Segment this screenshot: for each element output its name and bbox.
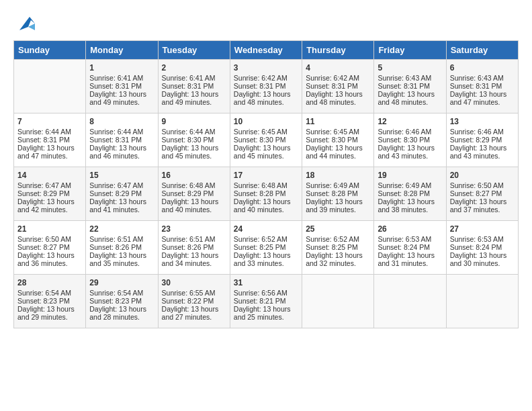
calendar-cell: 20Sunrise: 6:50 AMSunset: 8:27 PMDayligh… bbox=[446, 167, 518, 221]
sunset-text: Sunset: 8:23 PM bbox=[17, 297, 70, 305]
sunset-text: Sunset: 8:30 PM bbox=[234, 136, 286, 144]
calendar-cell: 11Sunrise: 6:45 AMSunset: 8:30 PMDayligh… bbox=[302, 113, 374, 167]
day-number: 2 bbox=[162, 63, 226, 73]
daylight-text: Daylight: 13 hours and 25 minutes. bbox=[234, 305, 291, 321]
calendar-cell: 23Sunrise: 6:51 AMSunset: 8:26 PMDayligh… bbox=[158, 221, 230, 275]
day-number: 4 bbox=[306, 63, 370, 73]
weekday-header-monday: Monday bbox=[86, 41, 158, 60]
daylight-text: Daylight: 13 hours and 48 minutes. bbox=[234, 90, 291, 106]
calendar-cell: 19Sunrise: 6:49 AMSunset: 8:28 PMDayligh… bbox=[374, 167, 446, 221]
calendar-cell: 31Sunrise: 6:56 AMSunset: 8:21 PMDayligh… bbox=[230, 275, 302, 328]
daylight-text: Daylight: 13 hours and 43 minutes. bbox=[378, 144, 435, 160]
daylight-text: Daylight: 13 hours and 45 minutes. bbox=[234, 144, 291, 160]
day-number: 25 bbox=[306, 224, 370, 234]
daylight-text: Daylight: 13 hours and 33 minutes. bbox=[234, 251, 291, 267]
calendar-cell: 5Sunrise: 6:43 AMSunset: 8:31 PMDaylight… bbox=[374, 60, 446, 113]
sunrise-text: Sunrise: 6:44 AM bbox=[162, 128, 216, 136]
day-number: 20 bbox=[450, 171, 515, 180]
sunset-text: Sunset: 8:31 PM bbox=[89, 82, 142, 90]
daylight-text: Daylight: 13 hours and 40 minutes. bbox=[234, 197, 291, 214]
sunset-text: Sunset: 8:30 PM bbox=[378, 136, 430, 144]
sunset-text: Sunset: 8:30 PM bbox=[306, 136, 358, 144]
calendar-cell: 25Sunrise: 6:52 AMSunset: 8:25 PMDayligh… bbox=[302, 221, 374, 275]
sunrise-text: Sunrise: 6:48 AM bbox=[234, 181, 287, 189]
sunset-text: Sunset: 8:29 PM bbox=[162, 189, 214, 197]
sunrise-text: Sunrise: 6:46 AM bbox=[450, 128, 504, 136]
day-number: 22 bbox=[89, 224, 154, 234]
sunset-text: Sunset: 8:31 PM bbox=[306, 82, 358, 90]
sunset-text: Sunset: 8:30 PM bbox=[162, 136, 214, 144]
sunset-text: Sunset: 8:25 PM bbox=[306, 243, 358, 251]
sunset-text: Sunset: 8:31 PM bbox=[450, 82, 502, 90]
calendar-cell: 9Sunrise: 6:44 AMSunset: 8:30 PMDaylight… bbox=[158, 113, 230, 167]
sunrise-text: Sunrise: 6:47 AM bbox=[17, 181, 71, 189]
sunset-text: Sunset: 8:22 PM bbox=[162, 297, 214, 305]
calendar-cell bbox=[14, 60, 86, 113]
sunrise-text: Sunrise: 6:42 AM bbox=[234, 74, 287, 82]
calendar-cell: 14Sunrise: 6:47 AMSunset: 8:29 PMDayligh… bbox=[14, 167, 86, 221]
sunset-text: Sunset: 8:26 PM bbox=[162, 243, 214, 251]
day-number: 13 bbox=[450, 117, 515, 126]
sunset-text: Sunset: 8:29 PM bbox=[89, 189, 142, 197]
sunrise-text: Sunrise: 6:53 AM bbox=[378, 235, 431, 243]
calendar-cell: 22Sunrise: 6:51 AMSunset: 8:26 PMDayligh… bbox=[86, 221, 158, 275]
day-number: 29 bbox=[89, 278, 154, 287]
day-number: 18 bbox=[306, 171, 370, 180]
sunrise-text: Sunrise: 6:52 AM bbox=[234, 235, 287, 243]
daylight-text: Daylight: 13 hours and 42 minutes. bbox=[17, 197, 75, 214]
day-number: 6 bbox=[450, 63, 515, 73]
calendar-cell: 24Sunrise: 6:52 AMSunset: 8:25 PMDayligh… bbox=[230, 221, 302, 275]
sunset-text: Sunset: 8:26 PM bbox=[89, 243, 142, 251]
day-number: 21 bbox=[17, 224, 82, 234]
calendar-cell: 4Sunrise: 6:42 AMSunset: 8:31 PMDaylight… bbox=[302, 60, 374, 113]
calendar-cell: 21Sunrise: 6:50 AMSunset: 8:27 PMDayligh… bbox=[14, 221, 86, 275]
sunrise-text: Sunrise: 6:49 AM bbox=[306, 181, 359, 189]
calendar-cell: 16Sunrise: 6:48 AMSunset: 8:29 PMDayligh… bbox=[158, 167, 230, 221]
day-number: 10 bbox=[234, 117, 298, 126]
sunset-text: Sunset: 8:23 PM bbox=[89, 297, 142, 305]
daylight-text: Daylight: 13 hours and 39 minutes. bbox=[306, 197, 363, 214]
calendar-cell: 29Sunrise: 6:54 AMSunset: 8:23 PMDayligh… bbox=[86, 275, 158, 328]
daylight-text: Daylight: 13 hours and 45 minutes. bbox=[162, 144, 219, 160]
daylight-text: Daylight: 13 hours and 30 minutes. bbox=[450, 251, 507, 267]
daylight-text: Daylight: 13 hours and 29 minutes. bbox=[17, 305, 75, 321]
calendar-cell: 15Sunrise: 6:47 AMSunset: 8:29 PMDayligh… bbox=[86, 167, 158, 221]
page-header bbox=[13, 13, 519, 34]
day-number: 19 bbox=[378, 171, 442, 180]
sunrise-text: Sunrise: 6:53 AM bbox=[450, 235, 504, 243]
sunrise-text: Sunrise: 6:44 AM bbox=[17, 128, 71, 136]
sunrise-text: Sunrise: 6:52 AM bbox=[306, 235, 359, 243]
sunrise-text: Sunrise: 6:56 AM bbox=[234, 289, 287, 297]
sunset-text: Sunset: 8:24 PM bbox=[378, 243, 430, 251]
calendar-cell: 26Sunrise: 6:53 AMSunset: 8:24 PMDayligh… bbox=[374, 221, 446, 275]
calendar-cell: 28Sunrise: 6:54 AMSunset: 8:23 PMDayligh… bbox=[14, 275, 86, 328]
weekday-header-sunday: Sunday bbox=[14, 41, 86, 60]
weekday-header-friday: Friday bbox=[374, 41, 446, 60]
sunrise-text: Sunrise: 6:47 AM bbox=[89, 181, 143, 189]
calendar-table: SundayMondayTuesdayWednesdayThursdayFrid… bbox=[13, 40, 519, 328]
sunrise-text: Sunrise: 6:54 AM bbox=[17, 289, 71, 297]
calendar-cell: 18Sunrise: 6:49 AMSunset: 8:28 PMDayligh… bbox=[302, 167, 374, 221]
sunset-text: Sunset: 8:27 PM bbox=[450, 189, 502, 197]
day-number: 31 bbox=[234, 278, 298, 287]
weekday-header-thursday: Thursday bbox=[302, 41, 374, 60]
daylight-text: Daylight: 13 hours and 48 minutes. bbox=[378, 90, 435, 106]
calendar-cell: 7Sunrise: 6:44 AMSunset: 8:31 PMDaylight… bbox=[14, 113, 86, 167]
daylight-text: Daylight: 13 hours and 35 minutes. bbox=[89, 251, 146, 267]
weekday-header-tuesday: Tuesday bbox=[158, 41, 230, 60]
sunset-text: Sunset: 8:25 PM bbox=[234, 243, 286, 251]
sunrise-text: Sunrise: 6:45 AM bbox=[234, 128, 287, 136]
daylight-text: Daylight: 13 hours and 37 minutes. bbox=[450, 197, 507, 214]
daylight-text: Daylight: 13 hours and 47 minutes. bbox=[17, 144, 75, 160]
day-number: 12 bbox=[378, 117, 442, 126]
weekday-header-wednesday: Wednesday bbox=[230, 41, 302, 60]
sunset-text: Sunset: 8:28 PM bbox=[234, 189, 286, 197]
sunset-text: Sunset: 8:31 PM bbox=[162, 82, 214, 90]
daylight-text: Daylight: 13 hours and 41 minutes. bbox=[89, 197, 146, 214]
weekday-header-saturday: Saturday bbox=[446, 41, 518, 60]
daylight-text: Daylight: 13 hours and 47 minutes. bbox=[450, 90, 507, 106]
calendar-cell: 6Sunrise: 6:43 AMSunset: 8:31 PMDaylight… bbox=[446, 60, 518, 113]
sunrise-text: Sunrise: 6:51 AM bbox=[162, 235, 216, 243]
sunset-text: Sunset: 8:31 PM bbox=[378, 82, 430, 90]
sunset-text: Sunset: 8:29 PM bbox=[450, 136, 502, 144]
